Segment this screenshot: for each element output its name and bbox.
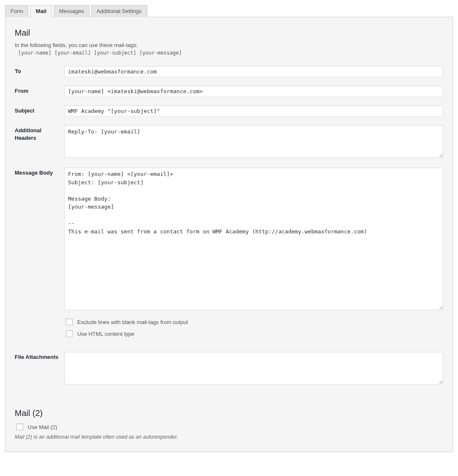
tab-bar: Form Mail Messages Additional Settings [5, 5, 453, 17]
mail-panel: Mail In the following fields, you can us… [5, 17, 453, 452]
mail-intro-text: In the following fields, you can use the… [15, 42, 443, 48]
mail2-note: Mail (2) is an additional mail template … [15, 434, 443, 440]
tab-mail[interactable]: Mail [30, 5, 52, 17]
label-additional-headers: Additional Headers [15, 125, 64, 142]
message-body-textarea[interactable]: From: [your-name] <[your-email]> Subject… [64, 167, 443, 310]
exclude-blank-checkbox[interactable] [66, 319, 73, 325]
file-attachments-textarea[interactable] [64, 352, 443, 384]
to-input[interactable] [64, 66, 443, 77]
exclude-blank-label: Exclude lines with blank mail-tags from … [77, 319, 188, 325]
label-from: From [15, 86, 64, 95]
mail-heading: Mail [15, 28, 443, 38]
label-subject: Subject [15, 105, 64, 115]
use-html-label: Use HTML content type [77, 331, 134, 337]
from-input[interactable] [64, 86, 443, 97]
label-file-attachments: File Attachments [15, 352, 64, 361]
subject-input[interactable] [64, 105, 443, 117]
tab-form[interactable]: Form [5, 5, 29, 17]
additional-headers-textarea[interactable]: Reply-To: [your-email] [64, 125, 443, 158]
mail2-heading: Mail (2) [15, 408, 443, 418]
use-mail2-checkbox[interactable] [16, 424, 23, 430]
use-html-checkbox[interactable] [66, 330, 73, 337]
label-message-body: Message Body [15, 167, 64, 177]
tab-additional-settings[interactable]: Additional Settings [91, 5, 147, 17]
label-to: To [15, 66, 64, 75]
mail-tags-list: [your-name] [your-email] [your-subject] … [18, 50, 443, 56]
use-mail2-label: Use Mail (2) [28, 424, 57, 430]
tab-messages[interactable]: Messages [54, 5, 89, 17]
